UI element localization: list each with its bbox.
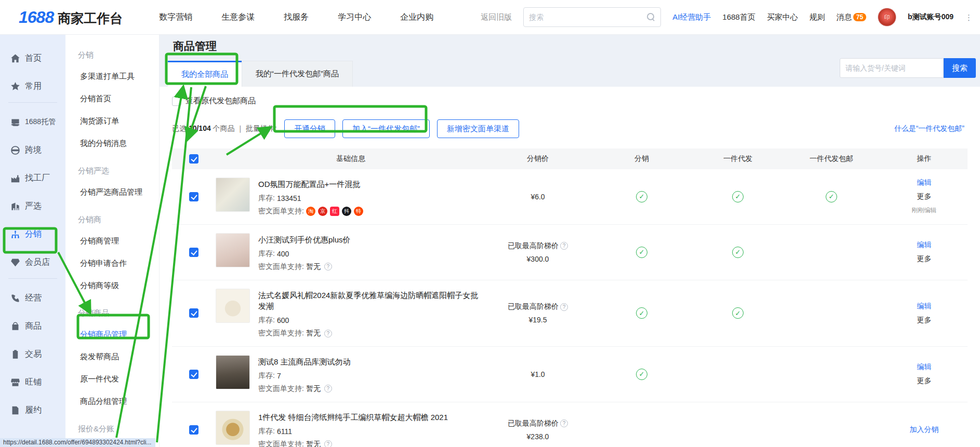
sidebar-label: 商品 — [25, 321, 42, 332]
submenu-header-yanxuan: 分销严选 — [78, 166, 159, 176]
product-image[interactable] — [216, 411, 250, 445]
account-name[interactable]: b测试账号009 — [908, 12, 953, 22]
submenu-item-multichannel-print-tool[interactable]: 多渠道打单工具 — [78, 65, 159, 88]
what-is-dropship-free-shipping-link[interactable]: 什么是“一件代发包邮” — [894, 124, 964, 133]
app-logo[interactable]: 1688 商家工作台 — [19, 8, 123, 27]
messages-link[interactable]: 消息 75 — [837, 12, 866, 22]
nav-learning-center[interactable]: 学习中心 — [338, 12, 371, 23]
avatar[interactable]: 印 — [878, 8, 896, 26]
price-cell: 已取最高阶梯价? ¥238.0 — [486, 419, 590, 441]
submenu-item-distribution-home[interactable]: 分销首页 — [78, 88, 159, 110]
tier-help-icon[interactable]: ? — [560, 303, 568, 311]
waybill-platforms: 淘 京 红 抖 特 — [306, 207, 363, 216]
product-title[interactable]: 法式名媛风礼帽2024新款夏季优雅草编海边防晒帽遮阳帽子女批发潮 — [258, 290, 479, 313]
sidebar-item-1688-hosting[interactable]: 1688托管 — [0, 110, 65, 134]
submenu-item-original-dropship[interactable]: 原一件代发 — [78, 368, 159, 390]
row-checkbox[interactable] — [189, 308, 198, 318]
submenu-item-distributor-levels[interactable]: 分销商等级 — [78, 275, 159, 297]
row-checkbox[interactable] — [189, 425, 198, 435]
sidebar-label: 交易 — [25, 349, 42, 360]
select-all-checkbox[interactable] — [189, 154, 198, 164]
sidebar-item-yanxuan[interactable]: 严选 — [0, 194, 65, 218]
add-encrypted-waybill-channel-button[interactable]: 新增密文面单渠道 — [437, 119, 519, 138]
sidebar-item-find-factory[interactable]: 找工厂 — [0, 166, 65, 190]
sidebar-item-products[interactable]: 商品 — [0, 314, 65, 338]
help-question-icon[interactable]: ? — [324, 440, 332, 447]
product-image[interactable] — [216, 289, 250, 323]
product-image[interactable] — [216, 178, 250, 212]
product-title[interactable]: 测试8 主流商品库测试勿动 — [258, 356, 351, 368]
home-1688-link[interactable]: 1688首页 — [722, 12, 755, 22]
submenu-item-taohuoyuan-orders[interactable]: 淘货源订单 — [78, 110, 159, 132]
sidebar-item-favorites[interactable]: 常用 — [0, 74, 65, 98]
edit-link[interactable]: 编辑 — [917, 362, 932, 372]
tier-help-icon[interactable]: ? — [560, 242, 568, 250]
row-checkbox[interactable] — [189, 248, 198, 257]
search-icon[interactable] — [647, 13, 655, 21]
product-image[interactable] — [216, 233, 250, 267]
submenu-item-my-distribution-messages[interactable]: 我的分销消息 — [78, 132, 159, 155]
view-original-dropship-checkbox[interactable] — [172, 97, 181, 106]
submenu-item-yanxuan-product-management[interactable]: 分销严选商品管理 — [78, 181, 159, 204]
more-link[interactable]: 更多 — [917, 192, 932, 201]
help-question-icon[interactable]: ? — [324, 330, 332, 337]
submenu-item-distribution-product-management[interactable]: 分销商品管理 — [78, 323, 159, 346]
nav-business-advisor[interactable]: 生意参谋 — [221, 12, 255, 23]
product-search-input[interactable] — [840, 58, 944, 78]
primary-sidebar: 首页 常用 1688托管 跨境 找工厂 严选 分销 会员店 — [0, 35, 65, 447]
sidebar-item-member-store[interactable]: 会员店 — [0, 250, 65, 274]
submenu-header-distribution: 分销 — [78, 50, 159, 60]
ai-assistant-link[interactable]: AI经营助手 — [672, 12, 711, 22]
search-button[interactable]: 搜索 — [944, 58, 976, 78]
product-title[interactable]: OD氛围万能配置品+一件混批 — [258, 179, 363, 190]
product-title[interactable]: 1件代发 特细台湾纸辫纯手工编织草帽女超大帽檐 2021 — [258, 412, 448, 423]
more-link[interactable]: 更多 — [917, 254, 932, 264]
sidebar-label: 会员店 — [25, 257, 50, 268]
nav-find-services[interactable]: 找服务 — [284, 12, 309, 23]
help-question-icon[interactable]: ? — [324, 263, 332, 270]
nav-enterprise-purchase[interactable]: 企业内购 — [400, 12, 433, 23]
row-checkbox[interactable] — [189, 370, 198, 379]
rules-link[interactable]: 规则 — [810, 12, 825, 22]
stock-value: 6111 — [277, 427, 292, 436]
more-link[interactable]: 更多 — [917, 376, 932, 386]
sidebar-item-trade[interactable]: 交易 — [0, 342, 65, 366]
tier-help-icon[interactable]: ? — [560, 419, 568, 427]
tab-dropship-free-shipping-products[interactable]: 我的“一件代发包邮”商品 — [242, 61, 353, 87]
sidebar-item-fulfillment[interactable]: 履约 — [0, 398, 65, 422]
column-dropship: 一件代发 — [694, 154, 782, 164]
edit-link[interactable]: 编辑 — [917, 178, 932, 187]
table-row: 测试8 主流商品库测试勿动 库存:7 密文面单支持:暂无? ¥1.0 ✓ 编辑 … — [172, 347, 968, 402]
sidebar-item-distribution[interactable]: 分销 — [0, 222, 65, 246]
submenu-item-cooperation-application[interactable]: 分销申请合作 — [78, 252, 159, 275]
sidebar-item-operations[interactable]: 经营 — [0, 286, 65, 310]
edit-link[interactable]: 编辑 — [917, 302, 932, 311]
price-value: ¥19.5 — [528, 316, 547, 324]
column-distribution-price: 分销价 — [486, 154, 590, 164]
join-dropship-free-shipping-button[interactable]: 加入“一件代发包邮” — [342, 119, 430, 138]
join-distribution-link[interactable]: 加入分销 — [910, 425, 939, 435]
tab-all-products[interactable]: 我的全部商品 — [168, 61, 242, 87]
table-row: 小汪测试到手价优惠plus价 库存:400 密文面单支持:暂无? 已取最高阶梯价… — [172, 225, 968, 280]
buyer-center-link[interactable]: 买家中心 — [767, 12, 798, 22]
back-to-old-version-link[interactable]: 返回旧版 — [481, 12, 512, 22]
global-search-input[interactable] — [529, 13, 647, 21]
sidebar-item-home[interactable]: 首页 — [0, 46, 65, 70]
nav-digital-marketing[interactable]: 数字营销 — [159, 12, 192, 23]
distribution-check-icon: ✓ — [636, 369, 647, 380]
sidebar-item-storefront[interactable]: 旺铺 — [0, 370, 65, 394]
column-distribution: 分销 — [590, 154, 694, 164]
sidebar-item-crossborder[interactable]: 跨境 — [0, 138, 65, 162]
edit-link[interactable]: 编辑 — [917, 240, 932, 250]
price-cell: 已取最高阶梯价? ¥300.0 — [486, 241, 590, 263]
submenu-item-distributor-management[interactable]: 分销商管理 — [78, 230, 159, 252]
help-question-icon[interactable]: ? — [324, 385, 332, 392]
enable-distribution-button[interactable]: 开通分销 — [284, 119, 335, 138]
more-menu-icon[interactable]: ⋮ — [965, 13, 973, 21]
more-link[interactable]: 更多 — [917, 316, 932, 325]
product-title[interactable]: 小汪测试到手价优惠plus价 — [258, 234, 351, 246]
product-image[interactable] — [216, 355, 250, 389]
submenu-item-product-group-management[interactable]: 商品分组管理 — [78, 390, 159, 413]
submenu-item-daifabang-products[interactable]: 袋发帮商品 — [78, 346, 159, 368]
row-checkbox[interactable] — [189, 192, 198, 201]
